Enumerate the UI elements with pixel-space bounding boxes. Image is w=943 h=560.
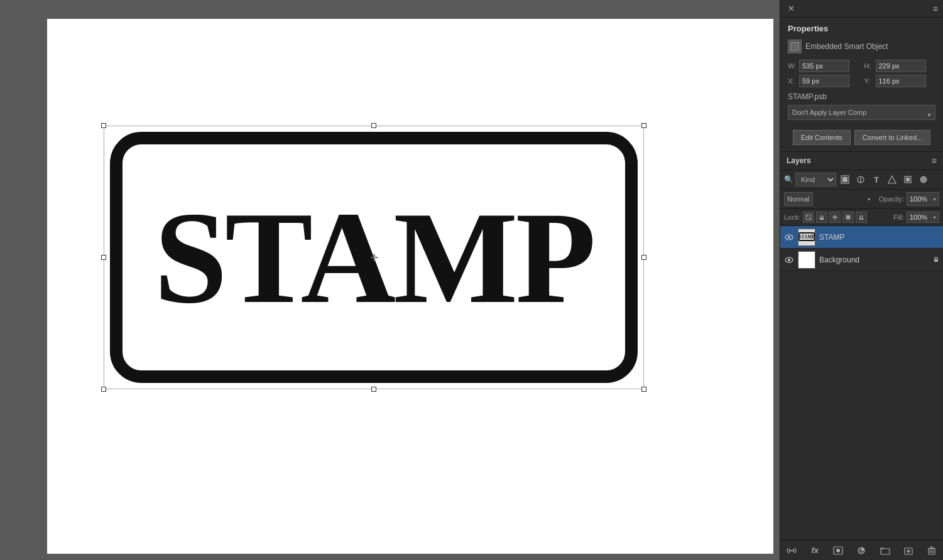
x-field[interactable]: X:: [788, 75, 859, 87]
smart-obj-filter-icon[interactable]: [901, 173, 915, 186]
svg-rect-3: [842, 177, 848, 182]
smart-object-icon: [788, 40, 802, 53]
svg-rect-16: [861, 218, 862, 220]
svg-point-18: [788, 236, 790, 239]
layers-list[interactable]: STAMP STAMP Background: [780, 226, 943, 540]
fill-label: Fill:: [893, 213, 904, 221]
layer-kind-filter[interactable]: Kind: [795, 173, 836, 186]
handle-top-right[interactable]: [641, 123, 646, 128]
layer-comp-wrapper[interactable]: Don't Apply Layer Comp: [788, 105, 935, 125]
delete-layer-button[interactable]: [925, 544, 938, 557]
create-group-button[interactable]: [879, 544, 891, 557]
blend-mode-select[interactable]: Normal: [784, 192, 813, 206]
handle-bottom-right[interactable]: [641, 387, 646, 392]
canvas-document: ✛ STAMP: [47, 19, 773, 554]
layer-visibility-stamp[interactable]: [784, 232, 794, 242]
layer-comp-select[interactable]: Don't Apply Layer Comp: [788, 105, 935, 120]
layers-header: Layers ≡: [780, 152, 943, 170]
filename-label: STAMP.psb: [788, 92, 827, 101]
close-panel-button[interactable]: ✕: [785, 3, 797, 14]
layers-blend-row: Normal Opacity: 100%: [780, 190, 943, 209]
search-icon: 🔍: [784, 175, 793, 184]
lock-artboard-button[interactable]: [842, 212, 854, 223]
svg-point-26: [836, 549, 840, 552]
height-input[interactable]: [876, 60, 926, 72]
layer-visibility-background[interactable]: [784, 255, 794, 265]
opacity-value[interactable]: 100%: [907, 192, 939, 206]
svg-rect-34: [930, 547, 933, 549]
layer-thumbnail-stamp: STAMP: [798, 229, 815, 246]
svg-point-9: [920, 176, 927, 183]
height-field[interactable]: H:: [864, 60, 936, 72]
selection-border: [104, 126, 644, 389]
width-input[interactable]: [799, 60, 849, 72]
properties-section: Properties Embedded Smart Object W: H:: [780, 18, 943, 152]
convert-to-linked-button[interactable]: Convert to Linked...: [854, 130, 930, 145]
lock-all-button[interactable]: [856, 212, 867, 223]
handle-middle-right[interactable]: [641, 255, 646, 260]
lock-transparent-button[interactable]: [803, 212, 814, 223]
lock-icons-group: [803, 212, 867, 223]
layers-lock-row: Lock: Fill: 100%: [780, 209, 943, 226]
svg-point-22: [788, 259, 790, 261]
pixel-filter-icon[interactable]: [838, 173, 852, 186]
layer-name-background: Background: [819, 256, 929, 264]
fill-value[interactable]: 100%: [907, 212, 939, 223]
smart-object-header: Embedded Smart Object: [788, 40, 935, 53]
layer-item-stamp[interactable]: STAMP STAMP: [780, 226, 943, 249]
canvas-area[interactable]: ✛ STAMP: [0, 0, 780, 560]
smart-object-label: Embedded Smart Object: [805, 42, 888, 51]
layer-item-background[interactable]: Background: [780, 249, 943, 271]
svg-rect-23: [787, 549, 790, 552]
link-layers-button[interactable]: [785, 544, 798, 557]
height-label: H:: [864, 62, 873, 70]
y-input[interactable]: [876, 75, 926, 87]
y-label: Y:: [864, 77, 873, 85]
right-panel: ✕ ≡ Properties Embedded Smart Object W: …: [780, 0, 943, 560]
svg-rect-1: [792, 44, 797, 49]
layers-panel-title: Layers: [787, 156, 811, 165]
lock-position-button[interactable]: [829, 212, 841, 223]
handle-bottom-left[interactable]: [101, 387, 106, 392]
svg-rect-15: [847, 216, 849, 218]
add-mask-button[interactable]: [832, 544, 844, 557]
svg-rect-8: [906, 178, 910, 181]
width-label: W:: [788, 62, 797, 70]
properties-buttons: Edit Contents Convert to Linked...: [788, 130, 935, 145]
handle-top-left[interactable]: [101, 123, 106, 128]
color-filter-icon[interactable]: [917, 173, 930, 186]
layers-menu-button[interactable]: ≡: [932, 156, 937, 166]
handle-top-center[interactable]: [371, 123, 376, 128]
panel-top-bar: ✕ ≡: [780, 0, 943, 18]
layer-name-stamp: STAMP: [819, 233, 939, 242]
x-label: X:: [788, 77, 797, 85]
y-field[interactable]: Y:: [864, 75, 936, 87]
lock-label: Lock:: [784, 213, 800, 221]
type-filter-icon[interactable]: T: [869, 173, 883, 186]
edit-contents-button[interactable]: Edit Contents: [793, 130, 851, 145]
lock-image-button[interactable]: [816, 212, 827, 223]
svg-rect-24: [793, 549, 796, 552]
svg-text:STAMP: STAMP: [799, 235, 815, 240]
adjustment-filter-icon[interactable]: [854, 173, 868, 186]
handle-bottom-center[interactable]: [371, 387, 376, 392]
layers-toolbar: 🔍 Kind T: [780, 170, 943, 190]
blend-mode-wrapper[interactable]: Normal: [784, 192, 874, 206]
layers-section: Layers ≡ 🔍 Kind T: [780, 152, 943, 560]
add-adjustment-button[interactable]: [855, 544, 868, 557]
handle-middle-left[interactable]: [101, 255, 106, 260]
filename-row: STAMP.psb: [788, 92, 935, 101]
svg-line-11: [806, 215, 811, 220]
add-fx-button[interactable]: fx: [809, 544, 821, 557]
layers-bottom-bar: fx: [780, 540, 943, 560]
svg-marker-6: [888, 176, 896, 183]
x-input[interactable]: [799, 75, 849, 87]
svg-rect-28: [881, 549, 890, 554]
shape-filter-icon[interactable]: [885, 173, 899, 186]
opacity-label: Opacity:: [879, 195, 904, 203]
width-field[interactable]: W:: [788, 60, 859, 72]
new-layer-button[interactable]: [902, 544, 915, 557]
layer-thumbnail-background: [798, 251, 815, 269]
panel-menu-button[interactable]: ≡: [933, 4, 938, 14]
stamp-layer[interactable]: ✛ STAMP: [104, 126, 644, 389]
